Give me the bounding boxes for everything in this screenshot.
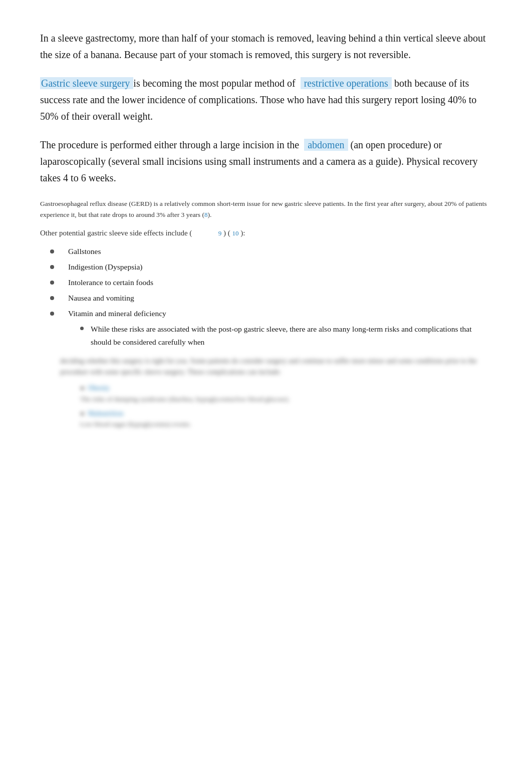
paragraph-2: Gastric sleeve surgery is becoming the m…: [40, 75, 492, 125]
blurred-list-item-1: ● Obesity The risks of dumping syndrome …: [60, 383, 492, 404]
paragraph-2-prefix: is becoming the most popular method of: [133, 78, 295, 89]
paragraph-4-text: Gastroesophageal reflux disease (GERD) i…: [40, 200, 487, 218]
sub-bullet-list: While these risks are associated with th…: [80, 323, 492, 348]
blurred-content-block: deciding whether this surgery is right f…: [60, 356, 492, 378]
bullet-icon: [50, 312, 54, 316]
side-effects-suffix: ):: [240, 229, 245, 237]
page-container: In a sleeve gastrectomy, more than half …: [0, 0, 532, 473]
while-text: While these risks are associated with th…: [91, 323, 492, 348]
bullet-icon: [50, 296, 54, 300]
list-item-text: Nausea and vomiting: [68, 292, 134, 305]
list-item: Vitamin and mineral deficiency: [50, 308, 492, 320]
list-item: Gallstones: [50, 245, 492, 258]
ref-10-link[interactable]: 10: [232, 229, 239, 237]
paragraph-4: Gastroesophageal reflux disease (GERD) i…: [40, 198, 492, 220]
list-item: Intolerance to certain foods: [50, 277, 492, 289]
side-effects-prefix: Other potential gastric sleeve side effe…: [40, 229, 192, 237]
list-item-text: Intolerance to certain foods: [68, 277, 153, 289]
paragraph-3-text: The procedure is performed either throug…: [40, 139, 299, 150]
blurred-sub-1: The risks of dumping syndrome (diarrhea,…: [80, 394, 492, 404]
side-effects-line: Other potential gastric sleeve side effe…: [40, 229, 492, 237]
sub-list-item: While these risks are associated with th…: [80, 323, 492, 348]
restrictive-operations-link[interactable]: restrictive operations: [301, 77, 392, 89]
paragraph-3: The procedure is performed either throug…: [40, 137, 492, 186]
list-item: Indigestion (Dyspepsia): [50, 261, 492, 274]
blurred-paragraph-1: deciding whether this surgery is right f…: [60, 356, 492, 378]
abdomen-link[interactable]: abdomen: [304, 139, 348, 151]
list-item-text: Gallstones: [68, 245, 101, 258]
bullet-icon: [50, 281, 54, 285]
paragraph-1-text: In a sleeve gastrectomy, more than half …: [40, 33, 486, 60]
gastric-sleeve-surgery-link[interactable]: Gastric sleeve surgery: [40, 77, 133, 89]
paragraph-1: In a sleeve gastrectomy, more than half …: [40, 30, 492, 63]
paragraph-4-suffix: ).: [208, 211, 212, 218]
list-item: Nausea and vomiting: [50, 292, 492, 305]
blurred-list-marker-2: ● Malnutrition: [80, 410, 123, 417]
sub-list-container: While these risks are associated with th…: [60, 323, 492, 348]
list-item-text: Vitamin and mineral deficiency: [68, 308, 166, 320]
bullet-icon: [50, 249, 54, 253]
ref-9-link[interactable]: 9: [218, 229, 222, 237]
list-item-text: Indigestion (Dyspepsia): [68, 261, 143, 274]
blurred-list-item-2: ● Malnutrition Low blood sugar (hypoglyc…: [60, 408, 492, 430]
blurred-list-marker: ● Obesity: [80, 384, 110, 392]
bullet-list: Gallstones Indigestion (Dyspepsia) Intol…: [50, 245, 492, 348]
blurred-ref-text: [192, 229, 216, 237]
blurred-sub-2: Low blood sugar (hypoglycemia) events.: [80, 419, 492, 429]
bullet-icon: [50, 265, 54, 269]
sub-bullet-icon: [80, 327, 84, 330]
